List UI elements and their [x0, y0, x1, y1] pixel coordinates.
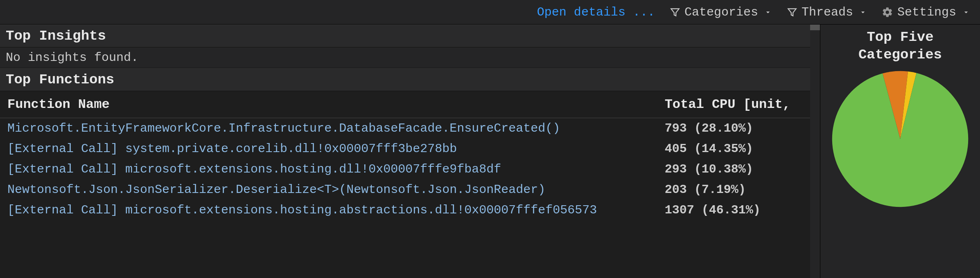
chevron-down-icon — [962, 8, 970, 16]
settings-label: Settings — [897, 5, 956, 19]
vertical-scrollbar[interactable] — [810, 25, 820, 278]
top-functions-header: Top Functions — [0, 68, 820, 91]
gear-icon — [882, 7, 893, 18]
settings-dropdown[interactable]: Settings — [882, 5, 970, 19]
cpu-cell: 793 (28.10%) — [657, 118, 810, 139]
function-name-cell: Microsoft.EntityFrameworkCore.Infrastruc… — [0, 118, 657, 139]
top-insights-body: No insights found. — [0, 47, 820, 68]
right-panel: Top Five Categories — [820, 25, 980, 278]
toolbar: Open details ... Categories Threads Sett… — [0, 0, 980, 25]
filter-icon — [670, 7, 680, 18]
col-function-name[interactable]: Function Name — [0, 91, 657, 118]
cpu-cell: 1307 (46.31%) — [657, 200, 810, 220]
function-link[interactable]: [External Call] microsoft.extensions.hos… — [7, 162, 501, 176]
filter-icon — [787, 7, 797, 18]
col-total-cpu[interactable]: Total CPU [unit, — [657, 91, 810, 118]
table-row[interactable]: Newtonsoft.Json.JsonSerializer.Deseriali… — [0, 179, 810, 200]
table-row[interactable]: [External Call] microsoft.extensions.hos… — [0, 159, 810, 179]
threads-dropdown[interactable]: Threads — [787, 5, 867, 19]
threads-label: Threads — [802, 5, 853, 19]
chevron-down-icon — [764, 8, 772, 16]
top-insights-header: Top Insights — [0, 25, 820, 47]
profiler-summary-root: Open details ... Categories Threads Sett… — [0, 0, 980, 278]
table-row[interactable]: [External Call] system.private.corelib.d… — [0, 139, 810, 159]
function-name-cell: [External Call] microsoft.extensions.hos… — [0, 200, 657, 220]
open-details-link[interactable]: Open details ... — [537, 5, 655, 19]
categories-label: Categories — [684, 5, 758, 19]
categories-dropdown[interactable]: Categories — [670, 5, 772, 19]
function-link[interactable]: Newtonsoft.Json.JsonSerializer.Deseriali… — [7, 183, 545, 197]
pie-title-line2: Categories — [858, 47, 942, 63]
functions-table: Function Name Total CPU [unit, Microsoft… — [0, 91, 810, 220]
pie-title-line1: Top Five — [867, 29, 933, 45]
cpu-cell: 405 (14.35%) — [657, 139, 810, 159]
pie-title: Top Five Categories — [858, 29, 942, 63]
table-header-row: Function Name Total CPU [unit, — [0, 91, 810, 118]
chevron-down-icon — [859, 8, 867, 16]
function-name-cell: [External Call] microsoft.extensions.hos… — [0, 159, 657, 179]
table-row[interactable]: Microsoft.EntityFrameworkCore.Infrastruc… — [0, 118, 810, 139]
function-link[interactable]: Microsoft.EntityFrameworkCore.Infrastruc… — [7, 121, 560, 135]
left-panel: Top Insights No insights found. Top Func… — [0, 25, 820, 278]
function-name-cell: Newtonsoft.Json.JsonSerializer.Deseriali… — [0, 179, 657, 200]
scrollbar-thumb[interactable] — [810, 25, 820, 30]
table-row[interactable]: [External Call] microsoft.extensions.hos… — [0, 200, 810, 220]
cpu-cell: 293 (10.38%) — [657, 159, 810, 179]
cpu-cell: 203 (7.19%) — [657, 179, 810, 200]
function-name-cell: [External Call] system.private.corelib.d… — [0, 139, 657, 159]
main-split: Top Insights No insights found. Top Func… — [0, 25, 980, 278]
function-link[interactable]: [External Call] system.private.corelib.d… — [7, 142, 457, 156]
categories-pie-chart[interactable] — [829, 67, 972, 211]
function-link[interactable]: [External Call] microsoft.extensions.hos… — [7, 203, 597, 217]
